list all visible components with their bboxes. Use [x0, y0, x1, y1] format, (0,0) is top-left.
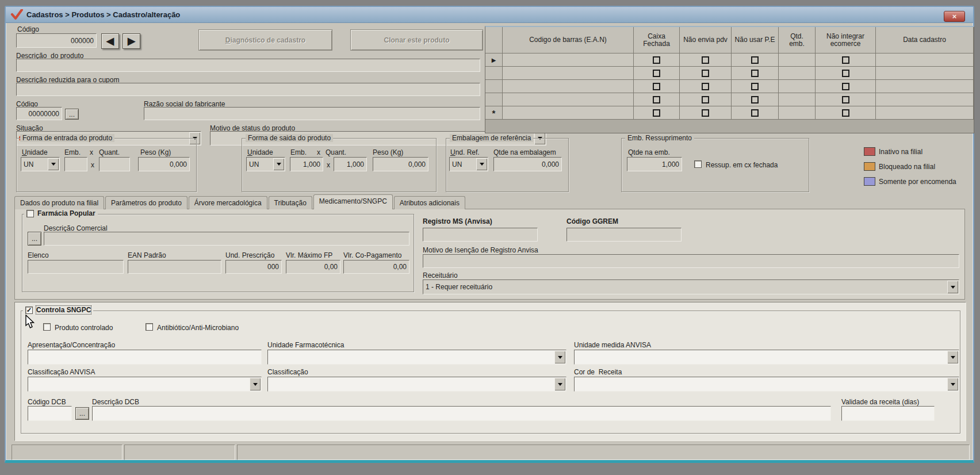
produto-controlado-checkbox[interactable] — [43, 323, 51, 331]
col-header-qtd-emb[interactable]: Qtd. emb. — [779, 27, 816, 53]
unidade-farmacotecnica-select[interactable] — [267, 350, 566, 365]
grid-cell-usar[interactable] — [732, 93, 779, 106]
chevron-down-icon[interactable] — [250, 378, 261, 390]
grid-cell-envia[interactable] — [680, 106, 732, 120]
tab-atributos[interactable]: Atributos adicionais — [394, 196, 465, 209]
grid-cell-usar[interactable] — [732, 106, 779, 120]
vlr-copagamento-input[interactable]: 0,00 — [343, 260, 409, 274]
apresentacao-input[interactable] — [28, 350, 262, 365]
grid-cell-envia[interactable] — [680, 67, 732, 80]
grid-cell-usar[interactable] — [732, 53, 779, 67]
grid-cell-data[interactable] — [876, 67, 974, 80]
grid-cell-integrar[interactable] — [816, 93, 876, 106]
saida-peso-input[interactable]: 0,000 — [373, 157, 428, 171]
nao-integrar-checkbox[interactable] — [842, 109, 849, 117]
dcb-browse-button[interactable]: ... — [75, 407, 89, 420]
nao-envia-pdv-checkbox[interactable] — [702, 70, 709, 77]
validade-receita-input[interactable] — [841, 406, 935, 421]
entrada-quant-input[interactable] — [99, 157, 130, 171]
grid-cell-data[interactable] — [876, 53, 974, 67]
nao-usar-pe-checkbox[interactable] — [751, 96, 759, 104]
chevron-down-icon[interactable] — [273, 158, 284, 170]
tab-medicamento-sngpc[interactable]: Medicamento/SNGPC — [313, 194, 393, 209]
descricao-comercial-input[interactable] — [44, 232, 409, 246]
col-header-caixa-fechada[interactable]: Caixa Fechada — [634, 27, 680, 53]
controla-sngpc-checkbox[interactable]: ✓ — [25, 307, 33, 314]
grid-cell-caixa[interactable] — [634, 106, 680, 120]
chevron-down-icon[interactable] — [947, 378, 958, 390]
caixa-fechada-checkbox[interactable] — [653, 56, 660, 64]
codigo-input[interactable]: 000000 — [16, 33, 97, 48]
saida-emb-input[interactable]: 1,000 — [290, 157, 323, 171]
chevron-down-icon[interactable] — [554, 351, 565, 363]
tab-tributacao[interactable]: Tributação — [269, 196, 312, 209]
chevron-down-icon[interactable] — [947, 281, 958, 293]
grid-cell-ean[interactable] — [503, 67, 634, 80]
und-ref-select[interactable]: UN — [449, 157, 488, 171]
grid-cell-qtd[interactable] — [779, 67, 816, 80]
grid-cell-usar[interactable] — [732, 67, 779, 80]
tab-dados-filial[interactable]: Dados do produto na filial — [14, 196, 104, 209]
entrada-peso-input[interactable]: 0,000 — [138, 157, 190, 171]
grid-cell-envia[interactable] — [680, 93, 732, 106]
elenco-input[interactable] — [28, 260, 124, 274]
caixa-fechada-checkbox[interactable] — [653, 109, 660, 117]
entrada-emb-input[interactable] — [64, 157, 87, 171]
vlr-maximo-input[interactable]: 0,00 — [286, 260, 340, 274]
grid-cell-qtd[interactable] — [779, 80, 816, 93]
nao-usar-pe-checkbox[interactable] — [751, 70, 759, 77]
col-header-nao-usar-pe[interactable]: Não usar P.E — [732, 27, 779, 53]
descricao-comercial-browse-button[interactable]: ... — [28, 232, 41, 246]
controla-sngpc-title[interactable]: Controla SNGPC — [36, 306, 91, 314]
motivo-isencao-input[interactable] — [423, 254, 959, 268]
unidade-medida-anvisa-select[interactable] — [574, 350, 959, 365]
grid-cell-ean[interactable] — [503, 106, 634, 120]
chevron-down-icon[interactable] — [554, 378, 565, 390]
grid-cell-ean[interactable] — [503, 80, 634, 93]
nao-envia-pdv-checkbox[interactable] — [702, 83, 709, 90]
close-icon[interactable]: × — [944, 11, 965, 22]
col-header-ean[interactable]: Codigo de barras (E.A.N) — [503, 27, 634, 53]
grid-cell-data[interactable] — [876, 80, 974, 93]
caixa-fechada-checkbox[interactable] — [653, 96, 660, 104]
col-header-data-cadastro[interactable]: Data cadastro — [876, 27, 974, 53]
codigo-dcb-input[interactable] — [28, 406, 72, 421]
registro-ms-input[interactable] — [423, 228, 538, 242]
nao-envia-pdv-checkbox[interactable] — [702, 109, 709, 117]
qtde-embalagem-input[interactable]: 0,000 — [493, 157, 562, 171]
nao-integrar-checkbox[interactable] — [842, 56, 849, 64]
grid-cell-qtd[interactable] — [779, 93, 816, 106]
descricao-produto-input[interactable] — [16, 59, 480, 72]
saida-quant-input[interactable]: 1,000 — [334, 157, 367, 171]
grid-cell-integrar[interactable] — [816, 53, 876, 67]
row-selector[interactable] — [485, 93, 503, 106]
nao-integrar-checkbox[interactable] — [842, 96, 849, 104]
col-header-nao-integrar[interactable]: Não integrar ecomerce — [816, 27, 876, 53]
nao-envia-pdv-checkbox[interactable] — [702, 96, 709, 104]
grid-cell-integrar[interactable] — [816, 80, 876, 93]
caixa-fechada-checkbox[interactable] — [653, 83, 660, 90]
ean-padrao-input[interactable] — [128, 260, 221, 274]
grid-cell-caixa[interactable] — [634, 93, 680, 106]
tab-parametros[interactable]: Parâmetros do produto — [105, 196, 187, 209]
ressup-cx-fechada-checkbox[interactable] — [694, 160, 702, 168]
classificacao-select[interactable] — [267, 377, 566, 392]
grid-cell-integrar[interactable] — [816, 106, 876, 120]
grid-cell-data[interactable] — [876, 106, 974, 120]
chevron-down-icon[interactable] — [476, 158, 487, 170]
classificacao-anvisa-select[interactable] — [28, 377, 262, 392]
und-prescricao-input[interactable]: 000 — [225, 260, 282, 274]
chevron-down-icon[interactable] — [947, 351, 958, 363]
codigo-ggrem-input[interactable] — [566, 228, 682, 242]
fabricante-codigo-input[interactable]: 00000000 — [16, 107, 62, 120]
caixa-fechada-checkbox[interactable] — [653, 70, 660, 77]
receituario-select[interactable]: 1 - Requer receituário — [423, 279, 959, 294]
grid-cell-ean[interactable] — [503, 93, 634, 106]
nao-usar-pe-checkbox[interactable] — [751, 109, 759, 117]
tab-arvore[interactable]: Árvore mercadológica — [189, 196, 267, 209]
farmacia-popular-checkbox[interactable] — [26, 210, 34, 217]
new-row-selector[interactable]: * — [485, 106, 503, 120]
descricao-dcb-input[interactable] — [92, 406, 831, 421]
clonar-button[interactable]: Clonar este produto — [350, 29, 483, 51]
entrada-unidade-select[interactable]: UN — [21, 157, 60, 171]
